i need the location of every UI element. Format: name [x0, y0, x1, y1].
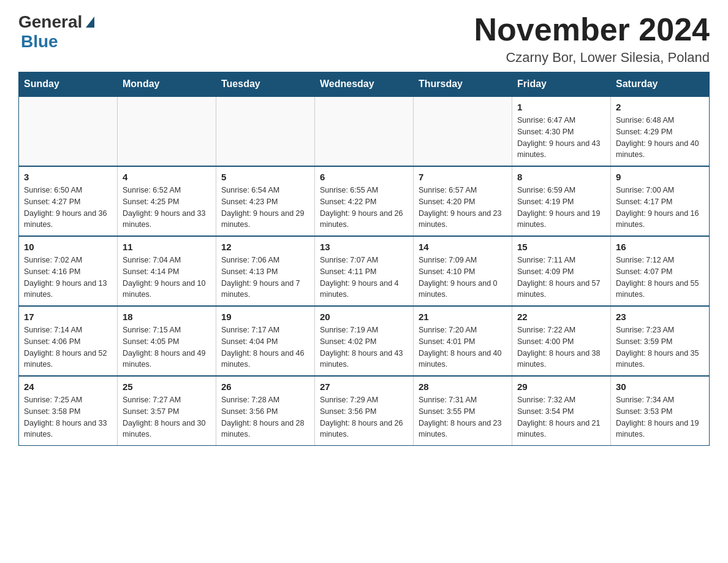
calendar-cell: 13Sunrise: 7:07 AM Sunset: 4:11 PM Dayli… [315, 236, 414, 306]
calendar-cell: 30Sunrise: 7:34 AM Sunset: 3:53 PM Dayli… [611, 376, 710, 446]
calendar-week-row: 17Sunrise: 7:14 AM Sunset: 4:06 PM Dayli… [19, 306, 710, 376]
day-number: 19 [221, 312, 309, 322]
calendar-cell: 2Sunrise: 6:48 AM Sunset: 4:29 PM Daylig… [611, 96, 710, 166]
calendar-cell: 8Sunrise: 6:59 AM Sunset: 4:19 PM Daylig… [512, 166, 611, 236]
day-info: Sunrise: 7:04 AM Sunset: 4:14 PM Dayligh… [123, 255, 211, 301]
day-info: Sunrise: 7:17 AM Sunset: 4:04 PM Dayligh… [221, 324, 309, 370]
calendar-cell: 14Sunrise: 7:09 AM Sunset: 4:10 PM Dayli… [414, 236, 512, 306]
day-info: Sunrise: 7:15 AM Sunset: 4:05 PM Dayligh… [123, 324, 211, 370]
day-number: 26 [221, 381, 309, 392]
day-number: 13 [320, 242, 408, 252]
day-number: 14 [419, 242, 507, 252]
col-header-sunday: Sunday [19, 72, 118, 97]
calendar-cell [118, 96, 216, 166]
calendar-cell: 5Sunrise: 6:54 AM Sunset: 4:23 PM Daylig… [216, 166, 315, 236]
day-number: 25 [123, 381, 211, 392]
month-title: November 2024 [474, 12, 710, 47]
col-header-saturday: Saturday [611, 72, 710, 97]
calendar-table: SundayMondayTuesdayWednesdayThursdayFrid… [18, 72, 710, 446]
calendar-cell: 18Sunrise: 7:15 AM Sunset: 4:05 PM Dayli… [118, 306, 216, 376]
col-header-thursday: Thursday [414, 72, 512, 97]
day-number: 12 [221, 242, 309, 252]
calendar-cell: 26Sunrise: 7:28 AM Sunset: 3:56 PM Dayli… [216, 376, 315, 446]
day-number: 28 [419, 381, 507, 392]
calendar-cell: 15Sunrise: 7:11 AM Sunset: 4:09 PM Dayli… [512, 236, 611, 306]
day-info: Sunrise: 7:28 AM Sunset: 3:56 PM Dayligh… [221, 394, 309, 440]
day-number: 22 [517, 312, 605, 322]
day-info: Sunrise: 6:48 AM Sunset: 4:29 PM Dayligh… [616, 115, 704, 161]
day-number: 6 [320, 172, 408, 182]
calendar-cell: 6Sunrise: 6:55 AM Sunset: 4:22 PM Daylig… [315, 166, 414, 236]
day-info: Sunrise: 6:52 AM Sunset: 4:25 PM Dayligh… [123, 185, 211, 231]
calendar-cell: 3Sunrise: 6:50 AM Sunset: 4:27 PM Daylig… [19, 166, 118, 236]
day-number: 30 [616, 381, 704, 392]
calendar-cell: 20Sunrise: 7:19 AM Sunset: 4:02 PM Dayli… [315, 306, 414, 376]
day-number: 9 [616, 172, 704, 182]
day-number: 16 [616, 242, 704, 252]
day-number: 29 [517, 381, 605, 392]
logo-text: General [18, 12, 94, 32]
day-info: Sunrise: 6:47 AM Sunset: 4:30 PM Dayligh… [517, 115, 605, 161]
calendar-header-row: SundayMondayTuesdayWednesdayThursdayFrid… [19, 72, 710, 97]
calendar-cell: 4Sunrise: 6:52 AM Sunset: 4:25 PM Daylig… [118, 166, 216, 236]
calendar-cell: 9Sunrise: 7:00 AM Sunset: 4:17 PM Daylig… [611, 166, 710, 236]
day-number: 23 [616, 312, 704, 322]
calendar-week-row: 24Sunrise: 7:25 AM Sunset: 3:58 PM Dayli… [19, 376, 710, 446]
calendar-cell: 28Sunrise: 7:31 AM Sunset: 3:55 PM Dayli… [414, 376, 512, 446]
calendar-week-row: 10Sunrise: 7:02 AM Sunset: 4:16 PM Dayli… [19, 236, 710, 306]
calendar-cell [315, 96, 414, 166]
day-info: Sunrise: 7:29 AM Sunset: 3:56 PM Dayligh… [320, 394, 408, 440]
col-header-tuesday: Tuesday [216, 72, 315, 97]
day-number: 18 [123, 312, 211, 322]
day-info: Sunrise: 7:07 AM Sunset: 4:11 PM Dayligh… [320, 255, 408, 301]
calendar-cell [19, 96, 118, 166]
calendar-cell: 1Sunrise: 6:47 AM Sunset: 4:30 PM Daylig… [512, 96, 611, 166]
day-info: Sunrise: 7:31 AM Sunset: 3:55 PM Dayligh… [419, 394, 507, 440]
calendar-cell: 29Sunrise: 7:32 AM Sunset: 3:54 PM Dayli… [512, 376, 611, 446]
day-info: Sunrise: 7:09 AM Sunset: 4:10 PM Dayligh… [419, 255, 507, 301]
calendar-cell: 24Sunrise: 7:25 AM Sunset: 3:58 PM Dayli… [19, 376, 118, 446]
day-number: 7 [419, 172, 507, 182]
calendar-cell: 19Sunrise: 7:17 AM Sunset: 4:04 PM Dayli… [216, 306, 315, 376]
day-number: 3 [24, 172, 112, 182]
day-number: 10 [24, 242, 112, 252]
day-info: Sunrise: 7:23 AM Sunset: 3:59 PM Dayligh… [616, 324, 704, 370]
day-info: Sunrise: 7:02 AM Sunset: 4:16 PM Dayligh… [24, 255, 112, 301]
calendar-cell: 21Sunrise: 7:20 AM Sunset: 4:01 PM Dayli… [414, 306, 512, 376]
col-header-monday: Monday [118, 72, 216, 97]
calendar-cell: 27Sunrise: 7:29 AM Sunset: 3:56 PM Dayli… [315, 376, 414, 446]
calendar-cell: 22Sunrise: 7:22 AM Sunset: 4:00 PM Dayli… [512, 306, 611, 376]
calendar-week-row: 1Sunrise: 6:47 AM Sunset: 4:30 PM Daylig… [19, 96, 710, 166]
logo-triangle-icon [86, 17, 94, 28]
day-info: Sunrise: 7:34 AM Sunset: 3:53 PM Dayligh… [616, 394, 704, 440]
day-number: 11 [123, 242, 211, 252]
calendar-cell: 16Sunrise: 7:12 AM Sunset: 4:07 PM Dayli… [611, 236, 710, 306]
day-number: 24 [24, 381, 112, 392]
day-info: Sunrise: 7:00 AM Sunset: 4:17 PM Dayligh… [616, 185, 704, 231]
day-number: 5 [221, 172, 309, 182]
day-info: Sunrise: 6:59 AM Sunset: 4:19 PM Dayligh… [517, 185, 605, 231]
logo: General Blue [18, 12, 94, 52]
calendar-cell: 25Sunrise: 7:27 AM Sunset: 3:57 PM Dayli… [118, 376, 216, 446]
calendar-cell: 11Sunrise: 7:04 AM Sunset: 4:14 PM Dayli… [118, 236, 216, 306]
day-number: 8 [517, 172, 605, 182]
day-info: Sunrise: 7:14 AM Sunset: 4:06 PM Dayligh… [24, 324, 112, 370]
day-info: Sunrise: 7:11 AM Sunset: 4:09 PM Dayligh… [517, 255, 605, 301]
day-info: Sunrise: 7:22 AM Sunset: 4:00 PM Dayligh… [517, 324, 605, 370]
calendar-cell: 10Sunrise: 7:02 AM Sunset: 4:16 PM Dayli… [19, 236, 118, 306]
day-info: Sunrise: 6:50 AM Sunset: 4:27 PM Dayligh… [24, 185, 112, 231]
calendar-cell: 23Sunrise: 7:23 AM Sunset: 3:59 PM Dayli… [611, 306, 710, 376]
day-info: Sunrise: 7:12 AM Sunset: 4:07 PM Dayligh… [616, 255, 704, 301]
day-info: Sunrise: 7:27 AM Sunset: 3:57 PM Dayligh… [123, 394, 211, 440]
day-info: Sunrise: 7:32 AM Sunset: 3:54 PM Dayligh… [517, 394, 605, 440]
logo-general: General [18, 12, 82, 32]
calendar-cell [414, 96, 512, 166]
calendar-cell: 7Sunrise: 6:57 AM Sunset: 4:20 PM Daylig… [414, 166, 512, 236]
day-info: Sunrise: 6:55 AM Sunset: 4:22 PM Dayligh… [320, 185, 408, 231]
day-number: 27 [320, 381, 408, 392]
page-header: General Blue November 2024 Czarny Bor, L… [18, 12, 710, 66]
day-number: 21 [419, 312, 507, 322]
day-number: 2 [616, 102, 704, 112]
col-header-friday: Friday [512, 72, 611, 97]
title-area: November 2024 Czarny Bor, Lower Silesia,… [474, 12, 710, 66]
